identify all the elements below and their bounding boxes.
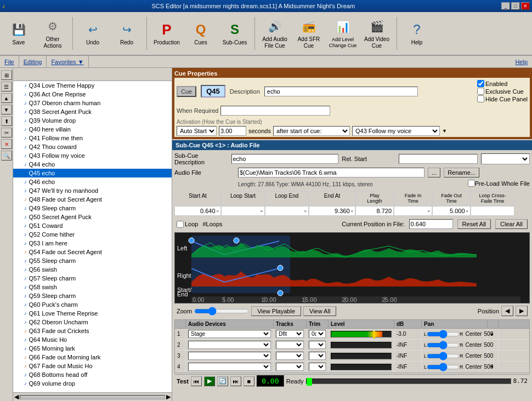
- ad-pan-slider-4[interactable]: [427, 365, 460, 369]
- ad-device-select-4[interactable]: [188, 363, 271, 371]
- after-cue-select[interactable]: Q43 Follow my voice: [352, 126, 440, 136]
- ad-tracks-select-4[interactable]: [276, 363, 304, 371]
- end-at-arrow[interactable]: »: [350, 209, 354, 214]
- close-button[interactable]: ✕: [521, 2, 530, 10]
- ad-tracks-select-2[interactable]: [276, 341, 304, 349]
- side-icon-1[interactable]: ⊞: [1, 70, 12, 80]
- cue-item-q34[interactable]: ♪ Q34 Love Theme Happy: [13, 81, 172, 90]
- enabled-checkbox-row[interactable]: Enabled: [477, 80, 528, 87]
- ad-device-select-2[interactable]: [188, 341, 271, 349]
- view-playable-button[interactable]: View Playable: [251, 306, 301, 316]
- side-icon-move-up[interactable]: ⬆: [1, 116, 12, 126]
- side-icon-cut[interactable]: ✂: [1, 128, 12, 138]
- ad-pan-slider-3[interactable]: [427, 354, 460, 358]
- production-button[interactable]: P Production: [150, 15, 183, 52]
- ad-device-select-3[interactable]: [188, 352, 271, 360]
- save-button[interactable]: 💾 Save: [2, 15, 35, 52]
- cue-item-q45[interactable]: ♪ Q45 echo: [13, 169, 172, 177]
- zoom-slider[interactable]: [194, 307, 249, 316]
- add-audio-button[interactable]: 🔊 Add AudioFile Cue: [258, 15, 291, 52]
- cue-list-container[interactable]: ♪ Q34 Love Theme Happy♪ Q36 Act One Repr…: [13, 81, 172, 392]
- description-input[interactable]: [264, 87, 418, 96]
- redo-button[interactable]: ↪ Redo: [110, 15, 143, 52]
- audio-file-input[interactable]: [238, 168, 425, 177]
- menu-favorites[interactable]: Favorites ▼: [47, 56, 88, 68]
- fade-out-input[interactable]: [434, 207, 466, 215]
- loop-start-input[interactable]: [223, 207, 260, 215]
- loop-end-input[interactable]: [267, 207, 304, 215]
- scroll-left[interactable]: ◀: [14, 393, 19, 400]
- help-button[interactable]: ? Help: [400, 15, 433, 52]
- cue-item-q54[interactable]: ♪ Q54 Fade out Secret Agent: [13, 248, 172, 256]
- sub-cues-button[interactable]: S Sub-Cues: [218, 15, 251, 52]
- rename-button[interactable]: Rename...: [444, 168, 479, 177]
- cue-item-q63[interactable]: ♪ Q63 Fade out Crickets: [13, 326, 172, 335]
- cue-item-q38[interactable]: ♪ Q38 Secret Agent Puck: [13, 107, 172, 116]
- side-icon-up[interactable]: ▲: [1, 93, 12, 103]
- scroll-down-icon[interactable]: ▼: [490, 364, 494, 369]
- maximize-button[interactable]: □: [511, 2, 520, 10]
- menu-help[interactable]: Help: [511, 59, 532, 65]
- cue-item-q41[interactable]: ♪ Q41 Follow me then: [13, 134, 172, 142]
- loop-checkbox[interactable]: [177, 221, 184, 228]
- auto-start-select[interactable]: Auto Start: [177, 126, 217, 136]
- cues-button[interactable]: Q Cues: [184, 15, 217, 52]
- cue-item-q53[interactable]: ♪ Q53 I am here: [13, 239, 172, 248]
- cue-item-q55[interactable]: ♪ Q55 Sleep charm: [13, 256, 172, 265]
- scroll-up-icon[interactable]: ▲: [490, 331, 494, 336]
- side-icon-delete[interactable]: ✕: [1, 139, 12, 149]
- rel-start-input[interactable]: [399, 154, 478, 164]
- fade-in-arrow[interactable]: »: [427, 209, 431, 214]
- side-icon-down[interactable]: ▼: [1, 105, 12, 114]
- loop-checkbox-row[interactable]: Loop: [177, 221, 198, 228]
- cue-item-q68[interactable]: ♪ Q68 Bottoms head off: [13, 370, 172, 379]
- end-at-input[interactable]: [310, 207, 350, 215]
- minimize-button[interactable]: _: [501, 2, 510, 10]
- cue-item-q47[interactable]: ♪ Q47 We'll try no manhood: [13, 186, 172, 195]
- ad-trim-select-1[interactable]: 0dB: [309, 330, 326, 338]
- cue-item-q58[interactable]: ♪ Q58 swish: [13, 283, 172, 291]
- cue-item-q40[interactable]: ♪ Q40 here villain: [13, 125, 172, 134]
- cue-item-q46[interactable]: ♪ Q46 echo: [13, 177, 172, 186]
- test-rewind-button[interactable]: ⏮: [191, 376, 202, 386]
- ad-device-select-1[interactable]: Stage: [188, 330, 271, 338]
- cue-item-q62[interactable]: ♪ Q62 Oberon Uncharm: [13, 318, 172, 326]
- ad-pan-slider-2[interactable]: [427, 343, 460, 347]
- cue-item-q67[interactable]: ♪ Q67 Fade out Music Ho: [13, 362, 172, 370]
- seconds-input[interactable]: [219, 126, 246, 136]
- cue-item-q48[interactable]: ♪ Q48 Fade out Secret Agent: [13, 195, 172, 204]
- pos-prev-button[interactable]: ◀: [501, 306, 513, 316]
- reset-all-button[interactable]: Reset All: [457, 219, 491, 229]
- test-play-button[interactable]: ▶: [204, 376, 215, 386]
- when-required-input[interactable]: [220, 106, 330, 116]
- fade-out-arrow[interactable]: »: [466, 209, 469, 214]
- cue-item-q56[interactable]: ♪ Q56 swish: [13, 265, 172, 274]
- preload-checkbox[interactable]: [468, 180, 475, 187]
- loop-start-arrow[interactable]: »: [260, 209, 263, 214]
- cue-item-q43[interactable]: ♪ Q43 Follow my voice: [13, 151, 172, 160]
- cue-item-q61[interactable]: ♪ Q61 Love Theme Reprise: [13, 309, 172, 318]
- cue-item-q42[interactable]: ♪ Q42 Thou coward: [13, 142, 172, 151]
- add-level-button[interactable]: 📊 Add LevelChange Cue: [326, 15, 359, 52]
- hide-panel-checkbox[interactable]: [477, 95, 484, 102]
- add-sfr-button[interactable]: 📻 Add SFRCue: [292, 15, 325, 52]
- ad-tracks-select-3[interactable]: [276, 352, 304, 360]
- cue-item-q66[interactable]: ♪ Q66 Fade out Morning lark: [13, 353, 172, 362]
- hide-panel-checkbox-row[interactable]: Hide Cue Panel: [477, 95, 528, 102]
- cue-item-q50[interactable]: ♪ Q50 Secret Agent Puck: [13, 213, 172, 221]
- cue-item-q37[interactable]: ♪ Q37 Oberon charm human: [13, 99, 172, 107]
- menu-file[interactable]: File: [0, 56, 19, 68]
- cue-item-q51[interactable]: ♪ Q51 Coward: [13, 221, 172, 230]
- play-length-input[interactable]: [357, 207, 392, 215]
- ad-trim-select-4[interactable]: [309, 363, 326, 371]
- browse-button[interactable]: ...: [428, 168, 440, 177]
- clear-all-button[interactable]: Clear All: [495, 219, 528, 229]
- ad-trim-select-3[interactable]: [309, 352, 326, 360]
- exclusive-checkbox[interactable]: [477, 88, 484, 95]
- test-loop-button[interactable]: 🔄: [217, 376, 228, 386]
- ad-tracks-select-1[interactable]: Dflt: [276, 330, 304, 338]
- loop-end-arrow[interactable]: »: [304, 209, 307, 214]
- cue-item-q39[interactable]: ♪ Q39 Volume drop: [13, 116, 172, 125]
- cue-item-q57[interactable]: ♪ Q57 Sleep charm: [13, 274, 172, 283]
- current-pos-input[interactable]: [409, 219, 453, 229]
